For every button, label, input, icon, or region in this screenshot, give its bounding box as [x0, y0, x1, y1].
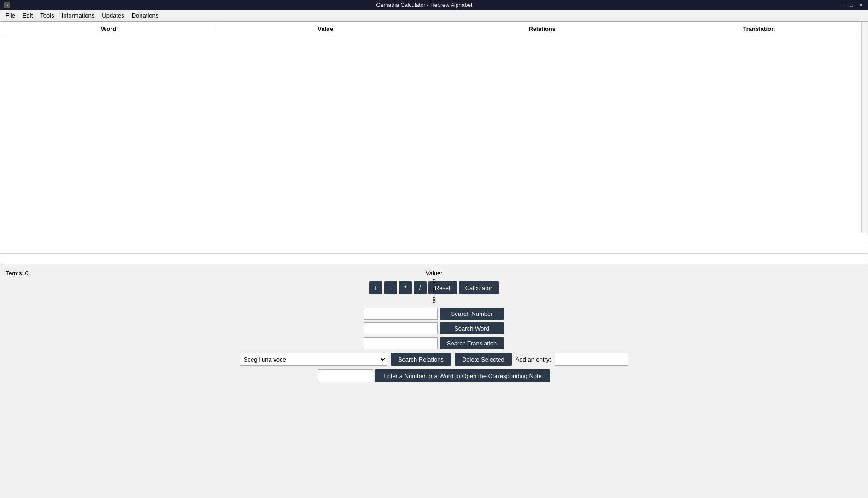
search-number-row: Search Number — [364, 308, 504, 320]
value-label: Value: — [426, 270, 442, 277]
app-icon: G — [4, 2, 10, 8]
minimize-button[interactable]: — — [839, 1, 846, 9]
maximize-button[interactable]: □ — [848, 1, 855, 9]
multiply-button[interactable]: * — [399, 281, 412, 294]
menu-edit[interactable]: Edit — [19, 11, 36, 20]
menu-bar: File Edit Tools Informations Updates Don… — [0, 10, 868, 21]
search-word-button[interactable]: Search Word — [440, 322, 504, 334]
search-relations-button[interactable]: Search Relations — [391, 353, 451, 366]
value-number-3: 0 — [432, 295, 435, 304]
search-section: Search Number Search Word Search Transla… — [364, 308, 504, 349]
search-translation-button[interactable]: Search Translation — [440, 337, 504, 349]
menu-informations[interactable]: Informations — [58, 11, 99, 20]
note-row: Enter a Number or a Word to Open the Cor… — [318, 369, 550, 382]
window-title: Gematria Calculator - Hebrew Alphabet — [10, 2, 839, 8]
search-word-input[interactable] — [364, 322, 438, 334]
calculator-button[interactable]: Calculator — [459, 281, 499, 294]
value-number-2: 0 — [432, 286, 435, 295]
search-number-input[interactable] — [364, 308, 438, 320]
divide-button[interactable]: / — [414, 281, 427, 294]
window-controls: — □ ✕ — [839, 1, 864, 9]
input-rows-section — [0, 233, 868, 264]
terms-label: Terms: 0 — [6, 270, 29, 277]
delete-selected-button[interactable]: Delete Selected — [455, 353, 512, 366]
minus-button[interactable]: - — [384, 281, 397, 294]
search-word-row: Search Word — [364, 322, 504, 334]
terms-value-row: Terms: 0 Value: 0 0 0 — [0, 268, 868, 279]
col-header-value: Value — [217, 22, 434, 36]
menu-tools[interactable]: Tools — [36, 11, 58, 20]
table-body — [0, 36, 868, 230]
title-bar: G Gematria Calculator - Hebrew Alphabet … — [0, 0, 868, 10]
value-number-1: 0 — [432, 277, 435, 286]
col-header-relations: Relations — [434, 22, 651, 36]
scrollbar-vertical[interactable] — [861, 22, 868, 233]
open-note-button[interactable]: Enter a Number or a Word to Open the Cor… — [375, 369, 550, 382]
relations-row: Scegli una voce Search Relations Delete … — [240, 353, 628, 366]
input-row-2 — [0, 243, 868, 254]
input-row-1 — [0, 233, 868, 243]
bottom-panel: Terms: 0 Value: 0 0 0 + - * / Reset Calc… — [0, 264, 868, 498]
col-header-word: Word — [0, 22, 217, 36]
main-table-container: Word Value Relations Translation — [0, 21, 868, 233]
col-header-translation: Translation — [651, 22, 868, 36]
menu-file[interactable]: File — [2, 11, 19, 20]
menu-donations[interactable]: Donations — [128, 11, 163, 20]
search-translation-row: Search Translation — [364, 337, 504, 349]
add-entry-label: Add an entry: — [516, 356, 551, 363]
close-button[interactable]: ✕ — [857, 1, 864, 9]
table-header: Word Value Relations Translation — [0, 22, 868, 36]
menu-updates[interactable]: Updates — [98, 11, 128, 20]
search-number-button[interactable]: Search Number — [440, 308, 504, 320]
value-section: Value: 0 0 0 — [426, 270, 442, 304]
relations-select[interactable]: Scegli una voce — [240, 353, 387, 366]
input-row-3 — [0, 254, 868, 264]
note-input[interactable] — [318, 369, 373, 382]
add-entry-input[interactable] — [555, 353, 628, 366]
plus-button[interactable]: + — [369, 281, 382, 294]
search-translation-input[interactable] — [364, 337, 438, 349]
